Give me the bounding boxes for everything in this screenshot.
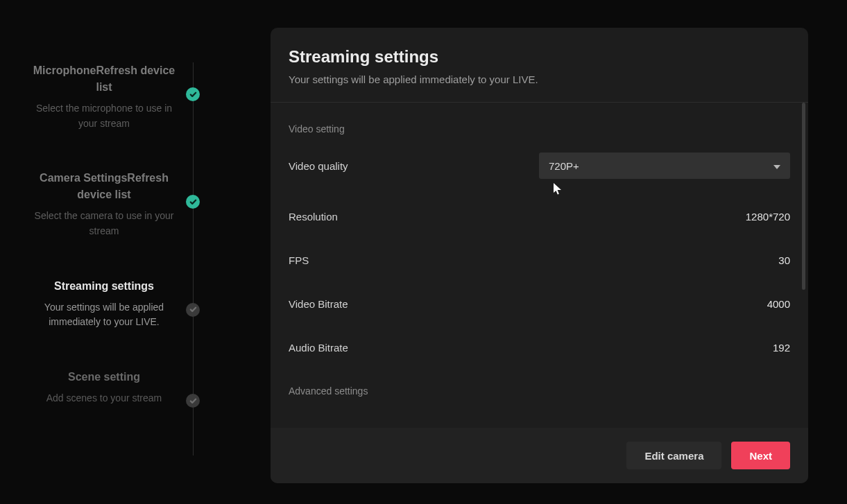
panel-title: Streaming settings bbox=[289, 47, 790, 67]
panel-header: Streaming settings Your settings will be… bbox=[271, 28, 808, 103]
row-fps: FPS 30 bbox=[289, 254, 790, 266]
resolution-value: 1280*720 bbox=[746, 211, 790, 223]
step-desc: Select the camera to use in your stream bbox=[28, 209, 180, 238]
panel-body[interactable]: Video setting Video quality 720P+ Resolu… bbox=[271, 103, 808, 428]
video-quality-label: Video quality bbox=[289, 160, 348, 172]
row-audio-bitrate: Audio Bitrate 192 bbox=[289, 342, 790, 354]
next-button[interactable]: Next bbox=[731, 442, 790, 469]
audio-bitrate-label: Audio Bitrate bbox=[289, 342, 348, 354]
fps-label: FPS bbox=[289, 254, 309, 266]
row-video-bitrate: Video Bitrate 4000 bbox=[289, 298, 790, 310]
chevron-down-icon bbox=[773, 159, 780, 172]
check-icon bbox=[186, 195, 200, 209]
step-title: MicrophoneRefresh device list bbox=[28, 62, 180, 96]
video-quality-select[interactable]: 720P+ bbox=[539, 153, 790, 179]
step-title: Camera SettingsRefresh device list bbox=[28, 170, 180, 203]
step-title: Streaming settings bbox=[28, 278, 180, 295]
check-icon bbox=[186, 87, 200, 101]
fps-value: 30 bbox=[778, 254, 790, 266]
row-resolution: Resolution 1280*720 bbox=[289, 211, 790, 223]
step-title: Scene setting bbox=[28, 369, 180, 385]
edit-camera-button[interactable]: Edit camera bbox=[626, 442, 721, 469]
settings-panel: Streaming settings Your settings will be… bbox=[271, 28, 808, 483]
step-desc: Select the microphone to use in your str… bbox=[28, 101, 180, 131]
step-streaming-settings[interactable]: Streaming settings Your settings will be… bbox=[21, 278, 215, 330]
video-quality-value: 720P+ bbox=[549, 160, 579, 172]
audio-bitrate-value: 192 bbox=[773, 342, 790, 354]
step-desc: Add scenes to your stream bbox=[28, 391, 180, 406]
step-scene-setting[interactable]: Scene setting Add scenes to your stream bbox=[21, 369, 215, 406]
panel-subtitle: Your settings will be applied immediatel… bbox=[289, 73, 790, 85]
setup-stepper: MicrophoneRefresh device list Select the… bbox=[21, 28, 215, 483]
section-advanced-settings: Advanced settings bbox=[289, 385, 790, 397]
check-icon bbox=[186, 303, 200, 317]
step-desc: Your settings will be applied immediatel… bbox=[28, 300, 180, 330]
row-video-quality: Video quality 720P+ bbox=[289, 153, 790, 179]
resolution-label: Resolution bbox=[289, 211, 338, 223]
section-video-setting: Video setting bbox=[289, 123, 790, 134]
check-icon bbox=[186, 394, 200, 408]
scrollbar-thumb[interactable] bbox=[802, 103, 805, 290]
panel-footer: Edit camera Next bbox=[271, 428, 808, 483]
video-bitrate-value: 4000 bbox=[767, 298, 790, 310]
video-bitrate-label: Video Bitrate bbox=[289, 298, 348, 310]
step-camera[interactable]: Camera SettingsRefresh device list Selec… bbox=[21, 170, 215, 238]
step-microphone[interactable]: MicrophoneRefresh device list Select the… bbox=[21, 62, 215, 131]
